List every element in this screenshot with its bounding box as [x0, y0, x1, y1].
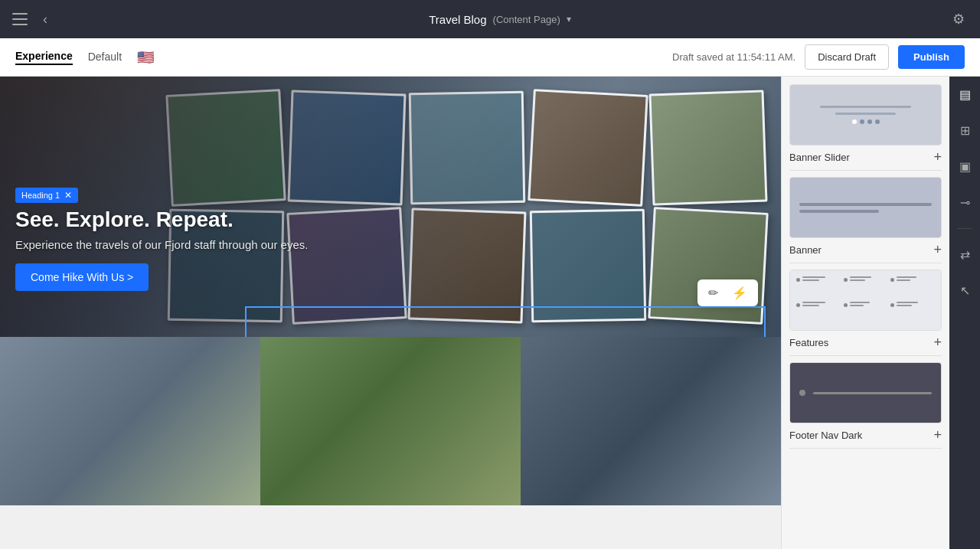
sidebar-block-banner: Banner + [789, 177, 942, 263]
sidebar-toggle-button[interactable] [12, 13, 28, 25]
banner-thumb-line-1 [799, 203, 932, 206]
feature-line [897, 279, 910, 281]
hero-cta-button[interactable]: Come Hike With Us > [15, 263, 149, 291]
thumb-dots [852, 119, 880, 124]
feature-line [802, 279, 819, 281]
feature-cell-3 [890, 276, 935, 299]
icon-bar-divider [957, 228, 972, 229]
feature-lines-4 [802, 302, 825, 306]
banner-block-footer: Banner + [789, 243, 942, 257]
banner-slider-add-button[interactable]: + [933, 150, 942, 164]
feature-cell-1 [796, 276, 841, 299]
page-title: Travel Blog [429, 13, 486, 26]
top-bar-right: ⚙ [949, 8, 968, 31]
feature-line [897, 276, 916, 278]
feature-dot-5 [844, 303, 848, 307]
banner-slider-block-footer: Banner Slider + [789, 150, 942, 164]
footer-nav-dark-label: Footer Nav Dark [789, 430, 862, 441]
footer-nav-line [813, 392, 932, 394]
photo-tile-3[interactable] [521, 337, 781, 505]
top-bar-center: Travel Blog (Content Page) ▾ [429, 13, 570, 26]
thumb-line-1 [820, 106, 910, 108]
flash-button[interactable]: ⚡ [729, 284, 750, 302]
heading-badge: Heading 1 ✕ [15, 188, 78, 203]
heading-badge-label: Heading 1 [21, 191, 60, 200]
banner-slider-thumbnail [789, 84, 942, 145]
feature-line [897, 302, 918, 303]
feature-lines-6 [897, 302, 918, 306]
tree-icon[interactable]: ⊸ [957, 192, 973, 213]
sidebar-block-footer-nav-dark: Footer Nav Dark + [789, 362, 942, 449]
discard-draft-button[interactable]: Discard Draft [805, 44, 889, 70]
photo-tile-2-inner [260, 337, 521, 505]
features-thumb-visual [790, 270, 941, 330]
thumb-dot-2 [860, 119, 864, 124]
feature-line [850, 276, 871, 278]
bottom-photo-section [0, 337, 781, 505]
cursor-icon[interactable]: ↖ [957, 280, 973, 301]
settings-button[interactable]: ⚙ [949, 8, 968, 31]
feature-dot-6 [890, 303, 894, 307]
heading-badge-close[interactable]: ✕ [64, 190, 72, 201]
photo-tile-2[interactable] [260, 337, 521, 505]
feature-dot-3 [890, 278, 894, 282]
banner-thumbnail [789, 177, 942, 238]
hero-subtext: Experience the travels of our Fjord staf… [15, 238, 308, 251]
page-dropdown-arrow[interactable]: ▾ [567, 14, 571, 25]
banner-thumb-visual [790, 178, 941, 237]
tab-default[interactable]: Default [88, 51, 122, 64]
top-bar: ‹ Travel Blog (Content Page) ▾ ⚙ [0, 0, 980, 38]
edit-button[interactable]: ✏ [705, 284, 721, 302]
main-layout: Heading 1 ✕ See. Explore. Repeat. Experi… [0, 77, 980, 549]
features-add-button[interactable]: + [933, 335, 942, 349]
sidebar-block-features: Features + [789, 270, 942, 356]
right-sidebar: Banner Slider + Banner + [781, 77, 949, 549]
features-thumbnail [789, 270, 942, 331]
feature-dot-1 [796, 278, 800, 282]
hero-banner[interactable]: Heading 1 ✕ See. Explore. Repeat. Experi… [0, 77, 781, 337]
back-button[interactable]: ‹ [40, 8, 51, 31]
secondary-bar-actions: Draft saved at 11:54:11 AM. Discard Draf… [672, 44, 965, 70]
footer-nav-dark-add-button[interactable]: + [933, 428, 942, 442]
banner-label: Banner [789, 244, 822, 256]
feature-lines-2 [850, 276, 871, 281]
banner-thumb-line-2 [799, 210, 879, 213]
footer-nav-dark-block-footer: Footer Nav Dark + [789, 428, 942, 442]
thumb-dot-1 [852, 119, 857, 124]
feature-cell-2 [844, 276, 888, 299]
layers-icon[interactable]: ▤ [956, 84, 974, 105]
feature-dot-4 [796, 303, 800, 307]
content-area: Heading 1 ✕ See. Explore. Repeat. Experi… [0, 77, 781, 549]
banner-add-button[interactable]: + [933, 243, 942, 257]
feature-line [850, 302, 870, 303]
draft-status-text: Draft saved at 11:54:11 AM. [672, 51, 795, 63]
feature-lines-5 [850, 302, 870, 306]
grid-icon[interactable]: ⊞ [957, 120, 973, 141]
feature-line [897, 305, 912, 306]
feature-lines-3 [897, 276, 916, 281]
feature-line [850, 279, 865, 281]
feature-dot-2 [844, 278, 848, 282]
banner-slider-thumb-visual [790, 85, 941, 145]
thumb-dot-4 [875, 119, 880, 124]
top-bar-left: ‹ [12, 8, 51, 31]
feature-line [802, 305, 819, 306]
thumb-line-2 [835, 113, 896, 115]
sidebar-block-banner-slider: Banner Slider + [789, 84, 942, 171]
photo-tile-1[interactable] [0, 337, 260, 505]
hero-text-block: Heading 1 ✕ See. Explore. Repeat. Experi… [15, 188, 308, 291]
footer-nav-dark-thumb-visual [790, 363, 941, 423]
features-label: Features [789, 337, 828, 348]
language-flag[interactable]: 🇺🇸 [137, 49, 154, 66]
features-block-footer: Features + [789, 335, 942, 349]
feature-lines-1 [802, 276, 825, 281]
banner-slider-label: Banner Slider [789, 152, 850, 163]
tab-experience[interactable]: Experience [15, 50, 73, 65]
icon-bar: ▤ ⊞ ▣ ⊸ ⇄ ↖ [949, 77, 980, 549]
page-icon[interactable]: ▣ [956, 156, 974, 177]
publish-button[interactable]: Publish [898, 45, 965, 69]
feature-line [802, 276, 825, 278]
page-type-label: (Content Page) [493, 14, 560, 25]
feature-cell-5 [844, 302, 888, 324]
arrow-icon[interactable]: ⇄ [957, 244, 973, 265]
